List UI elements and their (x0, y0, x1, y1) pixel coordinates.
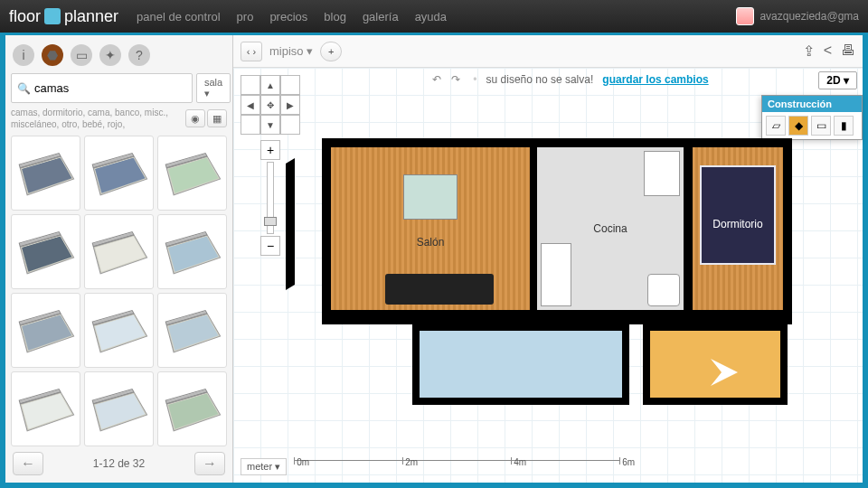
furniture-item[interactable] (157, 371, 227, 446)
room-label: Cocina (593, 222, 627, 235)
nav-arrows-button[interactable]: ‹ › (241, 42, 262, 61)
search-tags: camas, dormitorio, cama, banco, misc., m… (11, 107, 185, 130)
export-icon[interactable]: ⇪ (803, 42, 815, 60)
compass-icon[interactable]: ✦ (99, 44, 121, 66)
info-icon[interactable]: i (13, 44, 34, 66)
logo-text-left: floor (9, 7, 41, 26)
pager-prev-button[interactable]: ← (13, 452, 43, 475)
undo-redo-icons[interactable]: ↶ ↷ (432, 73, 464, 86)
add-button[interactable]: + (320, 42, 342, 61)
window-tool-icon[interactable]: ▭ (811, 116, 831, 136)
pan-down-icon[interactable]: ▼ (260, 115, 280, 135)
furniture-item[interactable] (84, 214, 154, 289)
help-icon[interactable]: ? (128, 44, 150, 66)
nav-pro[interactable]: pro (237, 10, 254, 23)
zoom-in-button[interactable]: + (260, 140, 280, 160)
room-tool-icon[interactable]: ▱ (766, 116, 786, 136)
filter-dropdown[interactable]: sala ▾ (196, 73, 231, 103)
view-grid-button[interactable]: ▦ (207, 109, 227, 127)
pager-next-button[interactable]: → (194, 452, 225, 475)
search-input[interactable] (34, 81, 186, 95)
nav-precios[interactable]: precios (269, 10, 307, 23)
construction-header: Construcción (762, 96, 862, 112)
logo-icon (44, 8, 61, 24)
share-icon[interactable]: < (824, 42, 832, 60)
nav-panel-de-control[interactable]: panel de control (137, 10, 221, 23)
furniture-item[interactable] (84, 371, 154, 446)
view-mode-toggle[interactable]: 2D ▾ (818, 71, 857, 89)
logo[interactable]: floor planner (9, 7, 118, 26)
furniture-item[interactable] (84, 293, 154, 368)
print-icon[interactable]: 🖶 (841, 42, 855, 60)
furniture-item[interactable] (84, 136, 154, 211)
furniture-item[interactable] (11, 371, 80, 446)
nav-blog[interactable]: blog (324, 10, 346, 23)
pan-control[interactable]: ▲ ◀✥▶ ▼ (241, 75, 300, 135)
floor-tool-icon[interactable]: ◆ (788, 116, 808, 136)
furniture-item[interactable] (11, 214, 80, 289)
floorplan[interactable]: Salón Cocina Dormitorio (286, 138, 792, 418)
room-label: Salón (417, 236, 445, 249)
furniture-item[interactable] (157, 136, 227, 211)
pan-up-icon[interactable]: ▲ (260, 75, 280, 95)
furniture-icon[interactable]: ⬣ (42, 44, 63, 66)
pan-center-icon[interactable]: ✥ (260, 95, 280, 115)
user-email[interactable]: avazquezieda@gma (760, 10, 859, 23)
room-cocina[interactable]: Cocina (537, 147, 684, 310)
furniture-item[interactable] (157, 293, 227, 368)
logo-text-right: planner (64, 7, 118, 26)
nav-galeria[interactable]: galería (363, 10, 399, 23)
furniture-item[interactable] (11, 293, 80, 368)
sidebar: i ⬣ ▭ ✦ ? 🔍 sala ▾ camas, dormitorio, ca… (5, 35, 233, 483)
image-icon[interactable]: ▭ (71, 44, 92, 66)
pan-left-icon[interactable]: ◀ (241, 95, 260, 115)
canvas[interactable]: ▲ ◀✥▶ ▼ + − ↶ ↷ • su diseño no se salva!… (233, 68, 863, 483)
zoom-out-button[interactable]: − (260, 236, 280, 256)
pan-right-icon[interactable]: ▶ (280, 95, 300, 115)
door-tool-icon[interactable]: ▮ (834, 116, 854, 136)
room-salon[interactable]: Salón (331, 147, 530, 310)
avatar[interactable] (736, 7, 754, 25)
view-3d-button[interactable]: ◉ (185, 109, 205, 127)
save-link[interactable]: guardar los cambios (602, 73, 708, 86)
unit-select[interactable]: meter ▾ (241, 458, 287, 475)
construction-panel: Construcción ▱ ◆ ▭ ▮ (761, 95, 863, 140)
scale-ruler: 0m 2m 4m 6m (294, 460, 619, 474)
nav-ayuda[interactable]: ayuda (415, 10, 447, 23)
room-label: Dormitorio (712, 218, 762, 230)
search-box[interactable]: 🔍 (11, 73, 193, 103)
pager-text: 1-12 de 32 (93, 457, 145, 470)
search-icon: 🔍 (17, 82, 31, 95)
furniture-item[interactable] (157, 214, 227, 289)
room-dormitorio[interactable]: Dormitorio (693, 147, 783, 310)
furniture-item[interactable] (11, 136, 80, 211)
project-name[interactable]: mipiso ▾ (269, 44, 313, 58)
zoom-slider[interactable] (267, 162, 274, 234)
save-message: su diseño no se salva! (486, 73, 594, 86)
furniture-grid (11, 136, 227, 446)
